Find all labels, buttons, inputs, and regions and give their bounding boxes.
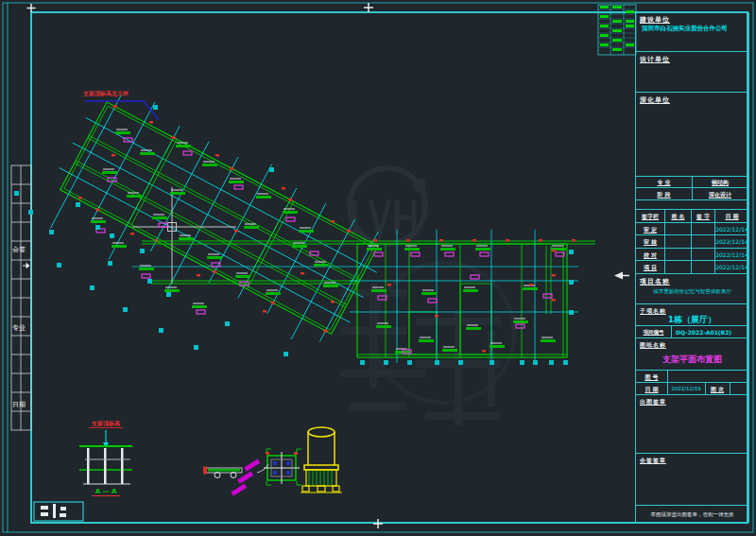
watermark-logo xyxy=(340,168,514,425)
discipline-label: 专 业 xyxy=(636,177,693,188)
designer-section: 设计单位 xyxy=(636,52,748,93)
drawing-label: 图纸名称 xyxy=(640,341,666,350)
sign-row-label: 校 对 xyxy=(636,249,665,262)
validity-note: 本图须加盖出图签章，否则一律无效 xyxy=(636,506,748,523)
signature-table: 签字栏 姓 名 签 字 日 期 审 定 2022/12/14 审 核 2022/… xyxy=(636,210,748,274)
detail-bracket xyxy=(203,467,242,478)
stamp-box xyxy=(34,502,83,521)
spacer-row xyxy=(636,200,748,210)
stage-value: 深化设计 xyxy=(692,188,748,200)
section-label-text: A — A xyxy=(95,488,117,495)
detailer-label: 深化单位 xyxy=(640,95,670,105)
cad-canvas[interactable]: 会签 专业 日期 xyxy=(0,0,756,536)
drawing-name: 支架平面布置图 xyxy=(636,354,748,366)
detail-title-text: 支架顶标高 xyxy=(91,420,120,427)
stage-label: 阶 段 xyxy=(636,188,693,200)
sign-row-date: 2022/12/14 xyxy=(715,249,748,262)
date-label: 日 期 xyxy=(636,383,668,395)
sign-header-col3: 签 字 xyxy=(692,210,715,223)
discipline-value: 钢结构 xyxy=(692,177,748,188)
number-value: DQ-2022-A01(B2) xyxy=(676,326,731,338)
strip-cell-text: 专业 xyxy=(12,324,26,332)
sign-header-col4: 日 期 xyxy=(715,210,748,223)
sign-row-label: 项 目 xyxy=(636,261,665,274)
sign-row-date: 2022/12/14 xyxy=(715,235,748,249)
owner-label: 建设单位 xyxy=(640,15,670,25)
title-block: 建设单位 深圳市白石洲实业股份合作公司 设计单位 深化单位 专 业 钢结构 阶 … xyxy=(635,12,749,523)
sign-row-label: 审 核 xyxy=(636,235,665,249)
date-row: 日 期 2022/12/19 图 次 xyxy=(636,383,748,395)
sign-header-col2: 姓 名 xyxy=(665,210,692,223)
sheet-label: 图 次 xyxy=(705,383,730,395)
sheet-number-row: 图 号 xyxy=(636,371,748,383)
registration-marks xyxy=(27,3,384,528)
stage-row: 阶 段 深化设计 xyxy=(636,188,748,200)
detail-section-aa: 支架顶标高 A — A xyxy=(79,420,132,496)
plan-red-ticks xyxy=(78,121,576,353)
detailer-section: 深化单位 xyxy=(636,93,748,177)
project-label: 项目名称 xyxy=(640,277,670,286)
pointer-arrow xyxy=(614,272,629,280)
date-value: 2022/12/19 xyxy=(667,383,706,395)
red-note-text: 支架顶标高见大样 xyxy=(82,90,129,97)
connecting-beams xyxy=(132,241,595,284)
project-name: 城市更新街区记忆与智慧体验展厅 xyxy=(636,288,748,295)
subitem-section: 子项名称 1栋（展厅） xyxy=(636,304,748,326)
project-name-section: 项目名称 城市更新街区记忆与智慧体验展厅 xyxy=(636,274,748,304)
plot-seal-section: 出图签章 xyxy=(636,395,748,454)
drawing-name-section: 图纸名称 支架平面布置图 xyxy=(636,338,748,371)
strip-cell-text: 会签 xyxy=(12,246,26,253)
sheetno-label: 图 号 xyxy=(636,371,668,383)
sign-header-col1: 签字栏 xyxy=(636,210,665,223)
countersign-section: 会签签章 xyxy=(636,454,748,506)
owner-name: 深圳市白石洲实业股份合作公司 xyxy=(642,25,728,32)
owner-section: 建设单位 深圳市白石洲实业股份合作公司 xyxy=(636,12,748,52)
detail-column-base xyxy=(301,427,342,493)
number-label: 项目编号 xyxy=(636,326,672,338)
subitem-label: 子项名称 xyxy=(640,307,666,316)
sign-row-date: 2022/12/14 xyxy=(715,223,748,236)
sign-row-label: 审 定 xyxy=(636,223,665,236)
red-note-annotation: 支架顶标高见大样 xyxy=(82,90,159,120)
plot-seal-label: 出图签章 xyxy=(640,398,666,406)
countersign-label: 会签签章 xyxy=(640,457,666,465)
sign-row-date: 2022/12/14 xyxy=(715,261,748,274)
strip-cell-text: 日期 xyxy=(12,401,26,408)
designer-label: 设计单位 xyxy=(640,55,670,64)
project-number-row: 项目编号 DQ-2022-A01(B2) xyxy=(636,326,748,338)
left-revision-strip: 会签 专业 日期 xyxy=(11,165,31,430)
discipline-row: 专 业 钢结构 xyxy=(636,177,748,188)
